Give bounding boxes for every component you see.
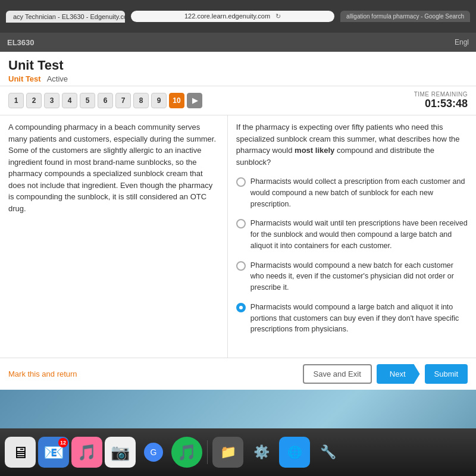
unit-test-header: Unit Test Unit Test Active <box>0 52 476 86</box>
question-btn-7[interactable]: 7 <box>115 93 131 108</box>
tab-edgenuity[interactable]: acy Technician - EL3630 - Edgenuity.com <box>6 11 125 23</box>
tab-bar: acy Technician - EL3630 - Edgenuity.com … <box>6 11 470 23</box>
breadcrumb-link[interactable]: Unit Test <box>8 74 41 83</box>
answer-text-b: Pharmacists would wait until ten prescri… <box>250 218 468 251</box>
bottom-buttons: Save and Exit Next Submit <box>303 364 468 384</box>
desktop-strip <box>0 390 476 428</box>
question-btn-8[interactable]: 8 <box>133 93 149 108</box>
taskbar: 🖥 📧 12 🎵 📷 G 🎵 📁 ⚙️ 🌐 🔧 <box>0 428 476 476</box>
answer-text-d: Pharmacists would compound a large batch… <box>250 302 468 335</box>
radio-c[interactable] <box>236 261 246 271</box>
dock-spotify[interactable]: 🎵 <box>171 437 202 468</box>
status-badge: Active <box>47 74 68 83</box>
address-bar[interactable]: 122.core.learn.edgenuity.com ↻ <box>131 11 334 22</box>
submit-button[interactable]: Submit <box>425 364 468 384</box>
dock-misc-3[interactable]: 🌐 <box>279 437 310 468</box>
dock-misc-1[interactable]: 📁 <box>212 437 243 468</box>
timer-label: TIME REMAINING <box>414 91 468 98</box>
radio-b[interactable] <box>236 219 246 228</box>
question-nav: 1 2 3 4 5 6 7 8 9 10 ▶ TIME REMAINING 01… <box>0 86 476 115</box>
question-btn-next-arrow[interactable]: ▶ <box>187 93 202 108</box>
question-btn-10[interactable]: 10 <box>169 93 184 108</box>
passage-text: A compounding pharmacy in a beach commun… <box>8 121 219 214</box>
app-topbar: EL3630 Engl <box>0 33 476 52</box>
dock-mail[interactable]: 📧 12 <box>38 437 69 468</box>
dock-itunes[interactable]: 🎵 <box>71 437 102 468</box>
question-area: A compounding pharmacy in a beach commun… <box>0 115 476 358</box>
page-title: Unit Test <box>8 58 468 73</box>
answer-option-d[interactable]: Pharmacists would compound a large batch… <box>236 302 468 335</box>
question-btn-4[interactable]: 4 <box>62 93 77 108</box>
course-id: EL3630 <box>7 38 35 47</box>
question-btn-1[interactable]: 1 <box>8 93 24 108</box>
answer-option-b[interactable]: Pharmacists would wait until ten prescri… <box>236 218 468 251</box>
lang-indicator: Engl <box>455 38 469 46</box>
mail-badge: 12 <box>58 438 68 447</box>
timer-value: 01:53:48 <box>414 98 468 110</box>
dock-misc-4[interactable]: 🔧 <box>312 437 343 468</box>
next-button[interactable]: Next <box>377 364 420 384</box>
dock-finder[interactable]: 🖥 <box>5 437 36 468</box>
browser-chrome: acy Technician - EL3630 - Edgenuity.com … <box>0 0 476 33</box>
answer-option-a[interactable]: Pharmacists would collect a prescription… <box>236 176 468 209</box>
save-exit-button[interactable]: Save and Exit <box>303 364 372 384</box>
dock-browser[interactable]: G <box>138 437 169 468</box>
refresh-icon[interactable]: ↻ <box>275 12 281 20</box>
dock-separator <box>207 440 208 464</box>
question-btn-3[interactable]: 3 <box>44 93 60 108</box>
answer-option-c[interactable]: Pharmacists would compound a new batch f… <box>236 260 468 293</box>
dock-photos[interactable]: 📷 <box>105 437 136 468</box>
answer-text-c: Pharmacists would compound a new batch f… <box>250 260 468 293</box>
dock-misc-2[interactable]: ⚙️ <box>246 437 277 468</box>
question-btn-6[interactable]: 6 <box>98 93 113 108</box>
question-btn-2[interactable]: 2 <box>26 93 42 108</box>
content-area: Unit Test Unit Test Active 1 2 3 4 5 6 7… <box>0 52 476 390</box>
radio-d[interactable] <box>236 303 246 312</box>
answer-text-a: Pharmacists would collect a prescription… <box>250 176 468 209</box>
svg-text:G: G <box>151 447 157 457</box>
question-btn-9[interactable]: 9 <box>151 93 167 108</box>
question-buttons: 1 2 3 4 5 6 7 8 9 10 ▶ <box>8 93 202 108</box>
radio-a[interactable] <box>236 177 246 187</box>
timer-section: TIME REMAINING 01:53:48 <box>414 91 468 110</box>
question-text: If the pharmacy is expecting over fifty … <box>236 121 468 168</box>
breadcrumb: Unit Test Active <box>8 74 468 83</box>
mark-return-link[interactable]: Mark this and return <box>8 369 77 378</box>
tab-google[interactable]: alligation formula pharmacy - Google Sea… <box>340 11 470 22</box>
passage-section: A compounding pharmacy in a beach commun… <box>0 115 228 358</box>
question-section: If the pharmacy is expecting over fifty … <box>228 115 476 358</box>
bottom-bar: Mark this and return Save and Exit Next … <box>0 358 476 390</box>
question-btn-5[interactable]: 5 <box>80 93 95 108</box>
